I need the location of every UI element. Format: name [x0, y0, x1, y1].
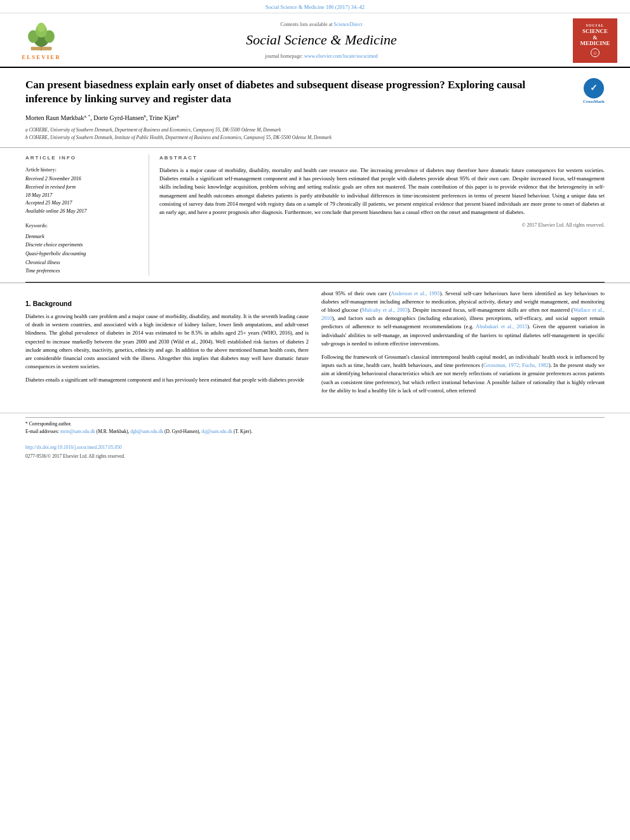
revised-label: Received in revised form — [25, 184, 76, 190]
kw4: Chronical illness — [25, 260, 60, 265]
footnote-divider — [25, 417, 605, 418]
history-title: Article history: — [25, 166, 141, 174]
elsevier-text: ELSEVIER — [22, 53, 61, 62]
affiliations: a COHERE, University of Southern Denmark… — [25, 126, 605, 141]
article-history: Article history: Received 2 November 201… — [25, 166, 141, 216]
affiliation1: a COHERE, University of Southern Denmark… — [25, 126, 605, 133]
doi-line: http://dx.doi.org/10.1016/j.socscimed.20… — [0, 442, 630, 453]
kw1: Denmark — [25, 234, 44, 239]
ref-abubakari[interactable]: Abubakari et al., 2015 — [476, 323, 527, 330]
body-left-column: 1. Background Diabetes is a growing heal… — [25, 290, 309, 400]
abstract-column: ABSTRACT Diabetes is a major cause of mo… — [159, 154, 605, 276]
article-title: Can present biasedness explain early ons… — [25, 78, 605, 106]
body-right-column: about 95% of their own care (Anderson et… — [321, 290, 605, 400]
email1-link[interactable]: mrm@sam.sdu.dk — [60, 429, 95, 434]
sciencedirect-link[interactable]: ScienceDirect — [334, 22, 363, 27]
badge-icon: ☺ — [591, 48, 600, 57]
keywords-title: Keywords: — [25, 222, 141, 230]
body-two-column: 1. Background Diabetes is a growing heal… — [25, 290, 605, 400]
journal-header: ELSEVIER Contents lists available at Sci… — [0, 13, 630, 68]
ref-mulcahy[interactable]: Mulcahy et al., 2003 — [362, 307, 408, 313]
homepage-line: journal homepage: www.elsevier.com/locat… — [70, 53, 573, 60]
kw3: Quasi-hyperbolic discounting — [25, 251, 86, 257]
body-para4: Following the framework of Grossman's cl… — [321, 353, 605, 395]
contents-line: Contents lists available at ScienceDirec… — [70, 21, 573, 28]
issn-line: 0277-9536/© 2017 Elsevier Ltd. All right… — [0, 452, 630, 465]
homepage-link[interactable]: www.elsevier.com/locate/socscimed — [304, 53, 378, 59]
footnote-section: * Corresponding author. E-mail addresses… — [0, 413, 630, 442]
author1-sup: a, * — [84, 114, 90, 119]
doi-link[interactable]: http://dx.doi.org/10.1016/j.socscimed.20… — [25, 444, 122, 450]
crossmark-icon[interactable]: ✓ — [584, 78, 604, 98]
author2-name: , Dorte Gyrd-Hansen — [90, 114, 144, 121]
section1-heading: 1. Background — [25, 298, 309, 309]
kw2: Discrete choice experiments — [25, 242, 83, 248]
available-date: Available online 26 May 2017 — [25, 208, 86, 214]
citation-text: Social Science & Medicine 186 (2017) 34–… — [265, 4, 365, 10]
crossmark-label: CrossMark — [583, 99, 605, 105]
journal-title: Social Science & Medicine — [70, 30, 573, 50]
affiliation2: b COHERE, University of Southern Denmark… — [25, 134, 605, 141]
abstract-text: Diabetes is a major cause of morbidity, … — [159, 166, 605, 217]
ref-grossman[interactable]: Grossman, 1972; Fuchs, 1982 — [483, 362, 549, 368]
top-citation-bar: Social Science & Medicine 186 (2017) 34–… — [0, 0, 630, 13]
revised-date: 18 May 2017 — [25, 192, 52, 198]
elsevier-logo: ELSEVIER — [13, 20, 70, 62]
body-para3: about 95% of their own care (Anderson et… — [321, 290, 605, 348]
corr-author-note: * Corresponding author. — [25, 421, 605, 428]
svg-point-5 — [37, 22, 46, 32]
email2-link[interactable]: dgh@sam.sdu.dk — [130, 429, 163, 434]
author3-name: , Trine Kjær — [146, 114, 177, 121]
body-para2: Diabetes entails a significant self-mana… — [25, 376, 309, 384]
issn-text: 0277-9536/© 2017 Elsevier Ltd. All right… — [25, 453, 125, 459]
info-abstract-section: ARTICLE INFO Article history: Received 2… — [0, 148, 630, 282]
email3-link[interactable]: tkj@sam.sdu.dk — [201, 429, 232, 434]
accepted-date: Accepted 25 May 2017 — [25, 200, 72, 206]
elsevier-tree-icon — [22, 20, 60, 52]
crossmark[interactable]: ✓ CrossMark — [583, 78, 605, 105]
badge-title: SCIENCE&MEDICINE — [580, 29, 610, 48]
ref-anderson[interactable]: Anderson et al., 1995 — [391, 290, 440, 297]
authors-line: Morten Raun Mørkbaka, *, Dorte Gyrd-Hans… — [25, 114, 605, 123]
copyright-line: © 2017 Elsevier Ltd. All rights reserved… — [159, 222, 605, 229]
email-line: E-mail addresses: mrm@sam.sdu.dk (M.R. M… — [25, 429, 605, 436]
author1-name: Morten Raun Mørkbak — [25, 114, 84, 121]
received-date: Received 2 November 2016 — [25, 176, 81, 182]
body-para1: Diabetes is a growing health care proble… — [25, 312, 309, 371]
page: Social Science & Medicine 186 (2017) 34–… — [0, 0, 630, 840]
journal-center: Contents lists available at ScienceDirec… — [70, 21, 573, 60]
article-header: Can present biasedness explain early ons… — [0, 68, 630, 148]
article-info-column: ARTICLE INFO Article history: Received 2… — [25, 154, 149, 276]
author3-sup: b — [177, 114, 180, 119]
main-body: 1. Background Diabetes is a growing heal… — [0, 283, 630, 413]
kw5: Time preferences — [25, 268, 60, 274]
keywords-block: Keywords: Denmark Discrete choice experi… — [25, 222, 141, 276]
abstract-label: ABSTRACT — [159, 154, 605, 161]
journal-badge: SOCIAL SCIENCE&MEDICINE ☺ — [573, 18, 617, 63]
article-info-label: ARTICLE INFO — [25, 154, 141, 161]
